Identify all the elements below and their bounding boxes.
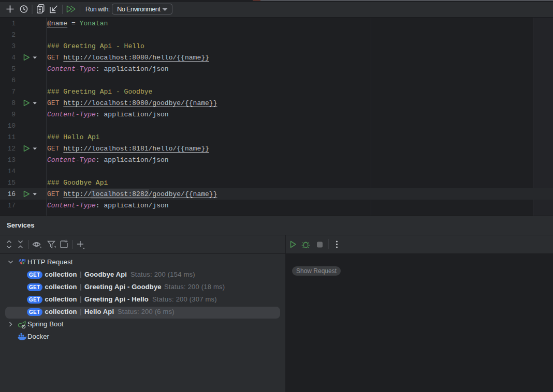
svg-text:API: API bbox=[19, 258, 25, 263]
